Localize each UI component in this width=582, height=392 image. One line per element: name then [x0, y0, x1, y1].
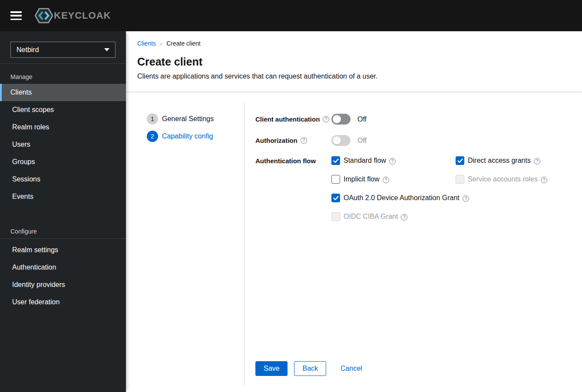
service-accounts-roles-option: Service accounts roles ? — [456, 175, 547, 184]
section-title-configure: Configure — [0, 218, 126, 238]
help-icon[interactable]: ? — [463, 195, 469, 202]
direct-access-grants-checkbox[interactable] — [456, 156, 464, 165]
oidc-ciba-grant-option: OIDC CIBA Grant ? — [331, 212, 547, 221]
help-icon[interactable]: ? — [534, 158, 540, 165]
implicit-flow-checkbox[interactable] — [331, 175, 340, 184]
sidebar-item-user-federation[interactable]: User federation — [0, 293, 126, 311]
sidebar-item-groups[interactable]: Groups — [0, 153, 126, 171]
keycloak-hexagon-icon — [35, 7, 53, 24]
step-label: General Settings — [162, 115, 214, 123]
oauth-device-grant-checkbox[interactable] — [331, 194, 340, 202]
sidebar-item-realm-roles[interactable]: Realm roles — [0, 119, 126, 136]
sidebar-item-realm-settings[interactable]: Realm settings — [0, 241, 126, 259]
configure-section: Configure Realm settings Authentication … — [0, 218, 126, 311]
client-authentication-label: Client authentication ? — [255, 115, 331, 123]
client-authentication-state: Off — [357, 115, 367, 123]
keycloak-logo: KEYCLOAK — [35, 7, 111, 24]
capability-config-form: Client authentication ? Off Authorizatio… — [245, 103, 582, 385]
help-icon[interactable]: ? — [383, 177, 389, 183]
authorization-state: Off — [357, 137, 367, 145]
authorization-toggle — [331, 135, 351, 146]
create-client-wizard: 1 General Settings 2 Capability config C… — [126, 103, 582, 385]
step-number: 2 — [147, 131, 158, 142]
authentication-flow-label: Authentication flow — [255, 156, 331, 165]
realm-selector[interactable]: Netbird — [10, 42, 116, 58]
chevron-right-icon: › — [160, 40, 162, 47]
breadcrumb: Clients › Create client — [137, 40, 571, 47]
masthead: KEYCLOAK — [0, 0, 582, 31]
client-authentication-toggle[interactable] — [331, 114, 351, 125]
step-label: Capability config — [162, 132, 213, 140]
authentication-flow-row: Authentication flow Standard flow ? Di — [255, 156, 582, 221]
sidebar-item-clients[interactable]: Clients — [0, 84, 126, 101]
direct-access-grants-option: Direct access grants ? — [456, 156, 547, 165]
wizard-step-capability-config[interactable]: 2 Capability config — [147, 131, 244, 142]
page-description: Clients are applications and services th… — [137, 72, 571, 80]
authorization-label: Authorization ? — [255, 137, 331, 144]
wizard-steps-nav: 1 General Settings 2 Capability config — [126, 103, 245, 385]
service-accounts-roles-checkbox — [456, 175, 464, 184]
help-icon[interactable]: ? — [323, 116, 329, 122]
help-icon[interactable]: ? — [541, 177, 547, 183]
page-title: Create client — [137, 56, 571, 68]
step-number: 1 — [147, 113, 158, 125]
sidebar-item-users[interactable]: Users — [0, 136, 126, 153]
divider — [0, 238, 126, 239]
section-title-manage: Manage — [0, 64, 126, 84]
wizard-step-general-settings[interactable]: 1 General Settings — [147, 113, 244, 125]
help-icon[interactable]: ? — [389, 158, 396, 165]
breadcrumb-clients-link[interactable]: Clients — [137, 40, 156, 47]
page-header: Clients › Create client Create client Cl… — [126, 31, 582, 92]
standard-flow-checkbox[interactable] — [331, 156, 340, 165]
sidebar-item-client-scopes[interactable]: Client scopes — [0, 101, 126, 119]
help-icon[interactable]: ? — [401, 214, 407, 221]
implicit-flow-option: Implicit flow ? — [331, 175, 456, 184]
authorization-row: Authorization ? Off — [255, 135, 582, 146]
sidebar-item-events[interactable]: Events — [0, 188, 126, 205]
save-button[interactable]: Save — [255, 361, 288, 376]
breadcrumb-current: Create client — [166, 40, 201, 47]
sidebar-item-sessions[interactable]: Sessions — [0, 171, 126, 188]
oidc-ciba-grant-checkbox — [331, 212, 340, 221]
main-content: Clients › Create client Create client Cl… — [126, 31, 582, 392]
sidebar: Netbird Manage Clients Client scopes Rea… — [0, 31, 126, 392]
back-button[interactable]: Back — [294, 361, 326, 376]
oauth-device-grant-option: OAuth 2.0 Device Authorization Grant ? — [331, 194, 547, 202]
authentication-flow-options: Standard flow ? Direct access grants ? I… — [331, 156, 547, 221]
help-icon[interactable]: ? — [301, 137, 307, 144]
realm-selector-value: Netbird — [17, 46, 39, 54]
hamburger-menu-icon[interactable] — [10, 11, 22, 20]
standard-flow-option: Standard flow ? — [331, 156, 456, 165]
wizard-footer: Save Back Cancel — [255, 361, 582, 376]
sidebar-item-identity-providers[interactable]: Identity providers — [0, 276, 126, 293]
brand-text: KEYCLOAK — [54, 10, 111, 21]
sidebar-item-authentication[interactable]: Authentication — [0, 259, 126, 276]
client-authentication-row: Client authentication ? Off — [255, 114, 582, 125]
chevron-down-icon — [104, 48, 109, 51]
cancel-button[interactable]: Cancel — [341, 365, 362, 372]
manage-section: Manage Clients Client scopes Realm roles… — [0, 64, 126, 205]
